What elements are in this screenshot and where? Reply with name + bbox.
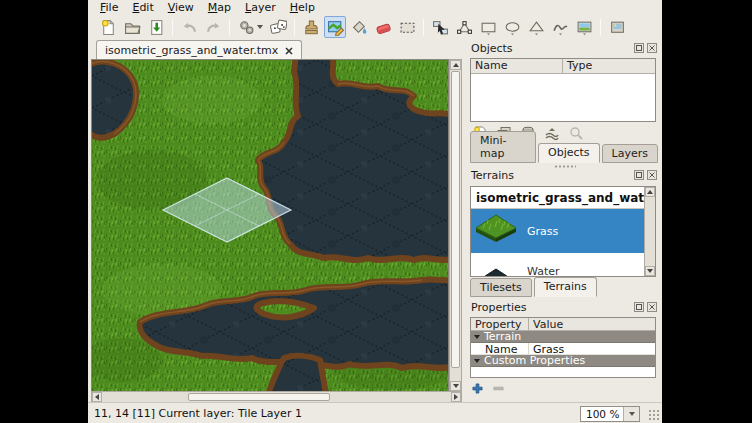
undo-icon [181,19,198,36]
edit-polygons-button[interactable] [453,16,475,38]
screenshot-stage: File Edit View Map Layer Help [0,0,752,423]
terrain-item-water[interactable]: Water [471,253,655,277]
group-label: Custom Properties [484,354,585,367]
objects-column-name[interactable]: Name [471,59,563,73]
dock-tabs-bottom: Tilesets Terrains [470,279,599,297]
select-objects-button[interactable] [429,16,451,38]
tab-mini-map[interactable]: Mini-map [470,131,536,163]
insert-polyline-button[interactable] [549,16,571,38]
scroll-down-button[interactable] [450,381,461,391]
close-icon[interactable] [285,47,293,55]
objects-table[interactable]: Name Type [470,58,656,122]
eraser-button[interactable] [372,16,394,38]
property-group-terrain[interactable]: Terrain [471,331,655,343]
close-panel-button[interactable] [647,43,657,53]
insert-ellipse-button[interactable] [501,16,523,38]
dock-splitter-handle[interactable] [554,165,576,168]
tileset-name-header[interactable]: isometric_grass_and_water [471,187,655,209]
float-panel-button[interactable] [634,43,644,53]
eraser-icon [375,19,392,36]
tab-terrains[interactable]: Terrains [534,277,597,297]
rect-select-icon [399,19,416,36]
collapse-arrow-icon [474,359,480,363]
automap-button[interactable] [235,16,265,38]
stamp-brush-button[interactable] [300,16,322,38]
dropdown-arrow-icon [257,25,263,29]
insert-polygon-button[interactable] [525,16,547,38]
properties-actions [471,382,505,395]
document-tab[interactable]: isometric_grass_and_water.tmx [96,40,302,60]
hscroll-thumb[interactable] [188,393,330,401]
document-tab-label: isometric_grass_and_water.tmx [105,44,278,57]
scroll-left-button[interactable] [92,392,102,402]
objects-panel-title: Objects [468,42,660,56]
menu-edit[interactable]: Edit [125,0,160,15]
insert-tile-button[interactable] [573,16,595,38]
value-column[interactable]: Value [529,318,655,330]
zoom-combobox[interactable]: 100 % [580,406,640,422]
property-group-custom[interactable]: Custom Properties [471,355,655,367]
float-panel-button[interactable] [634,302,644,312]
objects-column-type[interactable]: Type [563,59,655,73]
terrain-brush-button[interactable] [324,16,346,38]
property-value[interactable]: Grass [529,343,655,354]
tab-layers[interactable]: Layers [602,144,658,163]
collapse-arrow-icon [474,335,480,339]
raise-objects-button[interactable] [544,125,561,142]
toolbar-separator [600,19,601,36]
terrain-name: Water [527,265,560,277]
undo-button[interactable] [178,16,200,38]
terrain-item-grass[interactable]: Grass [471,209,655,253]
tab-objects[interactable]: Objects [538,143,600,163]
tab-tilesets[interactable]: Tilesets [470,278,532,297]
arrow-down-icon [647,269,653,273]
inspect-object-button[interactable] [568,125,585,142]
chevron-down-icon [629,412,635,416]
scroll-right-button[interactable] [451,392,461,402]
vscroll-thumb[interactable] [451,71,460,368]
menu-map[interactable]: Map [201,0,238,15]
tiled-window: File Edit View Map Layer Help [88,0,662,423]
map-view[interactable] [91,59,449,392]
menu-file[interactable]: File [93,0,125,15]
insert-tile-icon [576,19,593,36]
zoom-value[interactable]: 100 % [581,407,623,421]
bucket-fill-button[interactable] [348,16,370,38]
toolbar-separator [294,19,295,36]
menu-view[interactable]: View [161,0,201,15]
new-file-icon [100,19,117,36]
close-panel-button[interactable] [647,170,657,180]
remove-property-button[interactable] [492,382,505,395]
terrains-scrollbar[interactable] [644,187,655,276]
properties-table[interactable]: Property Value Terrain Name Grass Custom… [470,317,656,378]
terrains-panel-title: Terrains [468,169,660,183]
water-tile-icon [471,253,521,277]
menu-layer[interactable]: Layer [238,0,283,15]
rect-select-button[interactable] [396,16,418,38]
map-vertical-scrollbar[interactable] [449,59,462,392]
random-mode-button[interactable] [267,16,289,38]
new-button[interactable] [97,16,119,38]
arrow-down-icon [453,384,459,388]
menu-help[interactable]: Help [283,0,322,15]
select-objects-icon [432,19,449,36]
property-column[interactable]: Property [471,318,529,330]
zoom-dropdown-button[interactable] [623,407,639,421]
float-panel-button[interactable] [634,170,644,180]
scroll-up-button[interactable] [645,187,655,197]
status-position-text: 11, 14 [11] Current layer: Tile Layer 1 [94,407,302,420]
insert-rectangle-button[interactable] [477,16,499,38]
open-button[interactable] [121,16,143,38]
terrain-brush-icon [327,19,344,36]
add-property-button[interactable] [471,382,484,395]
insert-image-button[interactable] [606,16,628,38]
scroll-down-button[interactable] [645,266,655,276]
terrains-list[interactable]: isometric_grass_and_water Grass [470,186,656,277]
resize-grip[interactable] [648,409,660,421]
map-canvas[interactable] [92,60,448,391]
scroll-up-button[interactable] [450,60,461,70]
close-panel-button[interactable] [647,302,657,312]
save-button[interactable] [145,16,167,38]
bucket-fill-icon [351,19,368,36]
redo-button[interactable] [202,16,224,38]
